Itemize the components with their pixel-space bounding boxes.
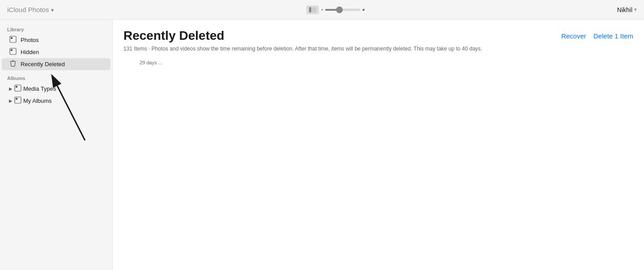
toolbar-center: ▪ ▪ — [306, 5, 365, 14]
user-menu[interactable]: Nikhil ▾ — [617, 6, 637, 13]
sidebar-item-media-types[interactable]: ▶ Media Types — [2, 83, 110, 95]
albums-section-label: Albums — [0, 74, 112, 83]
app-name: iCloud — [7, 6, 26, 13]
sidebar-item-hidden[interactable]: Hidden — [2, 46, 110, 58]
content-subtitle: 131 Items · Photos and videos show the t… — [123, 46, 633, 52]
photos-icon — [9, 36, 17, 44]
content-header: Recently Deleted Recover Delete 1 Item — [123, 29, 633, 43]
view-toggle — [306, 5, 319, 14]
app-subtitle: Photos — [28, 6, 49, 13]
photo-grid: 29 days ... — [123, 59, 633, 72]
sidebar-item-my-albums-label: My Albums — [23, 97, 52, 104]
zoom-large-icon: ▪ — [362, 6, 365, 14]
svg-rect-2 — [10, 36, 16, 42]
svg-rect-0 — [309, 7, 311, 13]
svg-rect-8 — [15, 97, 21, 103]
svg-rect-1 — [312, 7, 316, 13]
user-name: Nikhil — [617, 6, 632, 13]
library-section-label: Library — [0, 25, 112, 34]
my-albums-expand-icon: ▶ — [9, 98, 13, 103]
delete-button[interactable]: Delete 1 Item — [593, 32, 633, 40]
zoom-small-icon: ▪ — [322, 7, 323, 12]
sidebar-item-photos-label: Photos — [21, 37, 38, 43]
page-title: Recently Deleted — [123, 29, 225, 43]
app-title: iCloud Photos ▾ — [7, 6, 54, 13]
svg-rect-4 — [10, 48, 16, 55]
header-left: iCloud Photos ▾ — [7, 6, 54, 13]
svg-rect-5 — [11, 49, 13, 51]
sidebar-item-recently-deleted[interactable]: Recently Deleted — [2, 58, 110, 70]
sidebar-item-hidden-label: Hidden — [21, 49, 39, 55]
svg-rect-6 — [15, 85, 21, 91]
sidebar-item-recently-deleted-label: Recently Deleted — [21, 61, 65, 68]
recover-button[interactable]: Recover — [561, 32, 586, 40]
action-buttons: Recover Delete 1 Item — [561, 32, 633, 40]
sidebar-item-media-types-label: Media Types — [23, 85, 56, 92]
hidden-icon — [9, 48, 17, 56]
app-header: iCloud Photos ▾ ▪ ▪ Nikhil ▾ — [0, 0, 644, 20]
sidebar-toggle-button[interactable] — [306, 5, 319, 14]
svg-rect-7 — [16, 86, 17, 88]
media-types-icon — [14, 84, 21, 93]
main-layout: Library Photos Hidden Recently Deleted A… — [0, 20, 644, 270]
trash-icon — [9, 60, 17, 68]
user-chevron-icon: ▾ — [634, 7, 637, 13]
media-types-expand-icon: ▶ — [9, 86, 13, 91]
sidebar-item-photos[interactable]: Photos — [2, 34, 110, 46]
my-albums-icon — [14, 97, 21, 105]
svg-rect-9 — [16, 98, 17, 100]
zoom-slider[interactable] — [325, 9, 360, 11]
sidebar-item-my-albums[interactable]: ▶ My Albums — [2, 95, 110, 107]
zoom-slider-container: ▪ ▪ — [322, 6, 365, 14]
content-area: Recently Deleted Recover Delete 1 Item 1… — [113, 20, 644, 270]
photo-caption: 29 days ... — [140, 60, 162, 65]
sidebar: Library Photos Hidden Recently Deleted A… — [0, 20, 113, 270]
app-chevron-icon[interactable]: ▾ — [51, 7, 54, 13]
svg-rect-3 — [11, 37, 13, 39]
